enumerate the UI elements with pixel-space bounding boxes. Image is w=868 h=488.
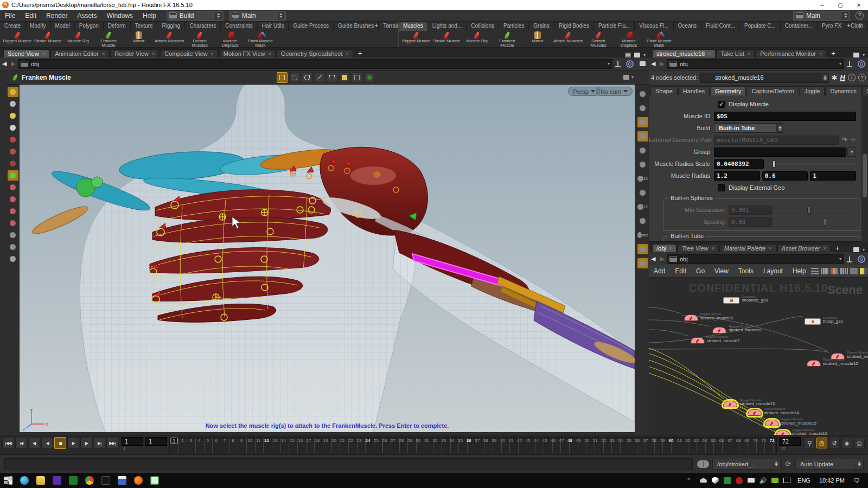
brush-select-icon[interactable] bbox=[302, 72, 312, 83]
frame-tick-43[interactable]: 43 bbox=[525, 438, 530, 443]
frame-tick-23[interactable]: 23 bbox=[357, 438, 362, 443]
folder-tab[interactable]: Handles bbox=[678, 86, 710, 95]
ext-geo-field[interactable]: muscle/MUSCLE_GEO bbox=[714, 136, 839, 145]
audio-options-icon[interactable]: ◈ bbox=[841, 438, 852, 448]
stop-button[interactable]: ■ bbox=[54, 437, 66, 449]
frame-tick-39[interactable]: 39 bbox=[492, 438, 496, 443]
display-shade-icon[interactable] bbox=[637, 216, 648, 226]
frame-tick-59[interactable]: 59 bbox=[660, 438, 665, 443]
first-frame-button[interactable]: |◀◀ bbox=[2, 437, 14, 449]
network-menu-item[interactable]: Tools bbox=[733, 267, 758, 275]
pane-tab[interactable]: Motion FX View× bbox=[219, 49, 276, 57]
frame-tick-25[interactable]: 25 bbox=[374, 438, 379, 443]
viewport-canvas[interactable]: x z Persp No cam Now select the muscle r… bbox=[20, 85, 635, 432]
display-hulls-icon[interactable] bbox=[637, 188, 648, 198]
spacing-field[interactable]: 0.03 bbox=[729, 217, 772, 227]
network-box-icon[interactable] bbox=[850, 268, 858, 274]
shelf-tab[interactable]: Particle Flu... bbox=[594, 22, 635, 31]
shelf-tool-paint-muscle-mask[interactable]: Paint Muscle Mask bbox=[644, 31, 674, 48]
group-dropdown-icon[interactable]: ▾ bbox=[847, 147, 856, 157]
tray-arrow-icon[interactable] bbox=[733, 473, 745, 488]
current-frame-field[interactable]: 1 bbox=[145, 437, 167, 446]
path-dropdown-icon[interactable]: ▾ bbox=[608, 61, 610, 66]
group-field[interactable] bbox=[714, 147, 846, 157]
shelf-tool-rigged-muscle[interactable]: Rigged Muscle bbox=[401, 31, 431, 48]
network-menu-item[interactable]: Go bbox=[691, 267, 710, 275]
frame-tick-29[interactable]: 29 bbox=[407, 438, 412, 443]
clock[interactable]: 10:42 PM bbox=[815, 477, 848, 484]
shelf-tab[interactable]: Muscles bbox=[399, 22, 428, 31]
new-pane-tab-button[interactable]: + bbox=[827, 49, 839, 57]
prev-frame-button[interactable]: ◀| bbox=[28, 437, 40, 449]
radius-z-field[interactable]: 1 bbox=[810, 171, 856, 181]
list-view-icon[interactable] bbox=[821, 268, 828, 274]
network-overview-icon[interactable] bbox=[860, 268, 867, 274]
houdini-engine-icon[interactable]: H bbox=[840, 74, 845, 81]
tray-display-icon[interactable] bbox=[781, 473, 793, 488]
main-shelf-selector[interactable]: Main bbox=[229, 11, 286, 21]
capture-magnet-tool-icon[interactable] bbox=[8, 218, 18, 228]
frame-tick-71[interactable]: 71 bbox=[761, 438, 766, 443]
display-text-icon[interactable]: abc bbox=[637, 230, 648, 240]
forward-icon[interactable]: ▶ bbox=[660, 60, 664, 67]
taskbar-code-icon[interactable] bbox=[146, 473, 163, 488]
frame-tick-66[interactable]: 66 bbox=[719, 438, 724, 443]
folder-tab[interactable]: Jiggle bbox=[800, 86, 825, 95]
back-icon[interactable]: ◀ bbox=[2, 60, 7, 67]
frame-tick-38[interactable]: 38 bbox=[483, 438, 488, 443]
frame-tick-4[interactable]: 4 bbox=[198, 438, 200, 443]
min-separation-slider[interactable] bbox=[775, 206, 848, 215]
network-node-stroked_muscle14[interactable]: Rigged Musclestroked_muscle14 bbox=[748, 409, 762, 416]
lasso-select-icon[interactable] bbox=[289, 72, 300, 83]
network-node-stroked_muscle15[interactable]: Rigged Musclestroked_muscle15 bbox=[765, 420, 779, 426]
folder-tab[interactable]: Shape bbox=[650, 86, 678, 95]
close-tab-icon[interactable]: × bbox=[769, 246, 771, 251]
radius-x-field[interactable]: 1.2 bbox=[714, 171, 760, 181]
opbar-menu-icon[interactable]: ▾ bbox=[631, 75, 634, 80]
shelf-tab[interactable]: Viscous Fl... bbox=[635, 22, 673, 31]
shelf-tab[interactable]: Fluid Cont... bbox=[701, 22, 740, 31]
pane-tab[interactable]: stroked_muscle16× bbox=[652, 49, 716, 57]
frame-tick-24[interactable]: 24 bbox=[365, 438, 370, 443]
realtime-toggle-icon[interactable]: ◷ bbox=[816, 438, 827, 448]
folder-tab[interactable]: Stroke bbox=[862, 86, 868, 95]
shelf-tab[interactable]: Lights and... bbox=[428, 22, 467, 31]
tray-volume-icon[interactable]: 🔊 bbox=[757, 473, 769, 488]
node-jump-icon[interactable]: ↷ bbox=[842, 136, 847, 144]
pane-tab[interactable]: /obj× bbox=[652, 244, 676, 252]
pane-menu-icon[interactable]: ▾ bbox=[863, 247, 865, 252]
network-node-stroked_muscle7[interactable]: Rigged Musclestroked_muscle7 bbox=[691, 337, 705, 344]
display-external-geo-checkbox[interactable] bbox=[718, 184, 725, 191]
frame-tick-65[interactable]: 65 bbox=[711, 438, 716, 443]
flipbook-icon[interactable]: ⎙ bbox=[854, 438, 865, 448]
spinner[interactable] bbox=[822, 74, 828, 81]
prev-keyframe-button[interactable]: |◀ bbox=[15, 437, 27, 449]
tray-chevron-icon[interactable]: ^ bbox=[685, 473, 697, 488]
network-node-shoulder_geo[interactable]: Geometryshoulder_geo bbox=[723, 297, 737, 304]
back-icon[interactable]: ◀ bbox=[651, 255, 655, 262]
muscle-anchor-tool-icon[interactable] bbox=[8, 146, 18, 157]
radius-scale-field[interactable]: 0.0408392 bbox=[714, 159, 764, 169]
construction-plane-icon[interactable] bbox=[637, 145, 648, 156]
frame-tick-13[interactable]: 13 bbox=[273, 438, 278, 443]
shelf-tab[interactable]: Texture bbox=[131, 22, 158, 31]
spacing-slider[interactable] bbox=[775, 217, 848, 227]
range-start-field[interactable]: 1 bbox=[122, 437, 143, 446]
selected-node-combo[interactable]: stroked_muscle16 bbox=[700, 73, 828, 83]
timeline-ruler[interactable]: 1234567891011121314151617181920212223242… bbox=[169, 437, 777, 453]
capture-points-tool-icon[interactable] bbox=[8, 206, 18, 216]
shelf-tool-muscle-rig[interactable]: Muscle Rig bbox=[63, 31, 93, 48]
frame-tick-33[interactable]: 33 bbox=[441, 438, 446, 443]
frame-tick-53[interactable]: 53 bbox=[610, 438, 615, 443]
secure-selection-icon[interactable] bbox=[8, 87, 18, 97]
maximize-button[interactable]: ▢ bbox=[831, 0, 850, 10]
frame-tick-68[interactable]: 68 bbox=[736, 438, 741, 443]
network-menu-item[interactable]: Help bbox=[788, 267, 811, 275]
shelf-tool-attach-muscles[interactable]: Attach Muscles bbox=[154, 31, 184, 48]
last-frame-button[interactable]: ▶▶| bbox=[106, 437, 118, 449]
pane-layout-icon[interactable] bbox=[625, 53, 631, 57]
close-tab-icon[interactable]: × bbox=[210, 51, 213, 56]
network-node-stroked_muscle12[interactable]: Rigged Musclestroked_muscle12 bbox=[807, 360, 821, 367]
back-icon[interactable]: ◀ bbox=[651, 60, 655, 67]
frame-tick-51[interactable]: 51 bbox=[593, 438, 598, 443]
